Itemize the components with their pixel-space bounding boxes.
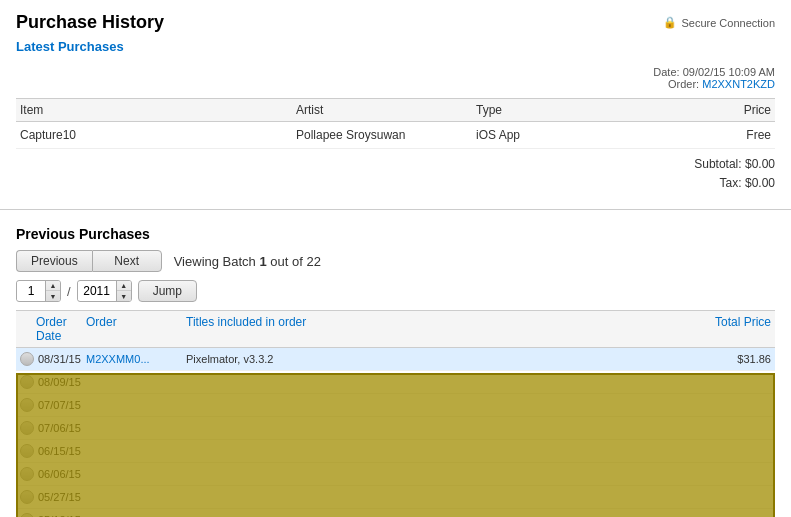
header-item: Item	[16, 103, 296, 117]
latest-section-title: Latest Purchases	[0, 37, 791, 62]
header-order-date: Order Date	[16, 315, 86, 343]
year-arrow-down-icon[interactable]: ▼	[117, 291, 131, 301]
main-container: Purchase History 🔒 Secure Connection Lat…	[0, 0, 791, 517]
arrow-down-icon[interactable]: ▼	[46, 291, 60, 301]
order-line: Order: M2XXNT2KZD	[16, 78, 775, 90]
header-total: Total Price	[675, 315, 775, 343]
batch-info: Viewing Batch 1 out of 22	[174, 254, 321, 269]
latest-table-header: Item Artist Type Price	[16, 98, 775, 122]
row-order: M2XXMM0...	[86, 353, 186, 365]
secure-label: Secure Connection	[681, 17, 775, 29]
date-label: Date:	[653, 66, 679, 78]
subtotal-line: Subtotal: $0.00	[16, 155, 775, 174]
year-spinner-arrows: ▲ ▼	[116, 281, 131, 301]
batch-text: Viewing Batch	[174, 254, 256, 269]
batch-of: out of	[270, 254, 303, 269]
section-divider	[0, 209, 791, 210]
row-artist: Pollapee Sroysuwan	[296, 128, 476, 142]
date-value: 09/02/15 10:09 AM	[683, 66, 775, 78]
batch-total: 22	[306, 254, 320, 269]
date-line: Date: 09/02/15 10:09 AM	[16, 66, 775, 78]
order-value: M2XXNT2KZD	[702, 78, 775, 90]
table-row: Capture10 Pollapee Sroysuwan iOS App Fre…	[16, 122, 775, 149]
lock-icon: 🔒	[663, 16, 677, 29]
previous-section-title: Previous Purchases	[16, 226, 775, 242]
row-date-cell: 08/31/15	[16, 352, 86, 366]
nav-buttons-row: Previous Next Viewing Batch 1 out of 22	[16, 250, 775, 272]
row-type: iOS App	[476, 128, 596, 142]
latest-info: Date: 09/02/15 10:09 AM Order: M2XXNT2KZ…	[0, 62, 791, 98]
orders-list: 08/31/15 M2XXMM0... Pixelmator, v3.3.2 $…	[16, 348, 775, 517]
subtotal-label: Subtotal:	[694, 157, 741, 171]
header-artist: Artist	[296, 103, 476, 117]
header-type: Type	[476, 103, 596, 117]
tax-line: Tax: $0.00	[16, 174, 775, 193]
jump-button[interactable]: Jump	[138, 280, 197, 302]
header-area: Purchase History 🔒 Secure Connection	[0, 0, 791, 37]
year-arrow-up-icon[interactable]: ▲	[117, 281, 131, 291]
tax-value: $0.00	[745, 176, 775, 190]
next-button[interactable]: Next	[92, 250, 162, 272]
page-title: Purchase History	[16, 12, 164, 33]
header-order-num: Order	[86, 315, 186, 343]
row-total: $31.86	[675, 353, 775, 365]
expand-icon[interactable]	[20, 352, 34, 366]
order-label: Order:	[668, 78, 699, 90]
row-titles: Pixelmator, v3.3.2	[186, 353, 675, 365]
previous-button[interactable]: Previous	[16, 250, 92, 272]
row-price: Free	[596, 128, 775, 142]
header-titles: Titles included in order	[186, 315, 675, 343]
latest-table-section: Item Artist Type Price Capture10 Pollape…	[0, 98, 791, 149]
batch-year-spinner[interactable]: ▲ ▼	[77, 280, 132, 302]
tax-label: Tax:	[720, 176, 742, 190]
secure-connection: 🔒 Secure Connection	[663, 16, 775, 29]
redaction-overlay	[16, 373, 775, 517]
slash-separator: /	[67, 284, 71, 299]
order-row[interactable]: 08/31/15 M2XXMM0... Pixelmator, v3.3.2 $…	[16, 348, 775, 371]
previous-purchases-section: Previous Purchases Previous Next Viewing…	[0, 218, 791, 517]
jump-controls: ▲ ▼ / ▲ ▼ Jump	[16, 280, 775, 302]
header-price: Price	[596, 103, 775, 117]
batch-number-input[interactable]	[17, 282, 45, 300]
subtotal-value: $0.00	[745, 157, 775, 171]
spinner-arrows: ▲ ▼	[45, 281, 60, 301]
batch-num: 1	[259, 254, 266, 269]
arrow-up-icon[interactable]: ▲	[46, 281, 60, 291]
batch-year-input[interactable]	[78, 282, 116, 300]
row-date: 08/31/15	[38, 353, 81, 365]
batch-number-spinner[interactable]: ▲ ▼	[16, 280, 61, 302]
subtotal-section: Subtotal: $0.00 Tax: $0.00	[0, 149, 791, 201]
row-item: Capture10	[16, 128, 296, 142]
orders-table-header: Order Date Order Titles included in orde…	[16, 310, 775, 348]
